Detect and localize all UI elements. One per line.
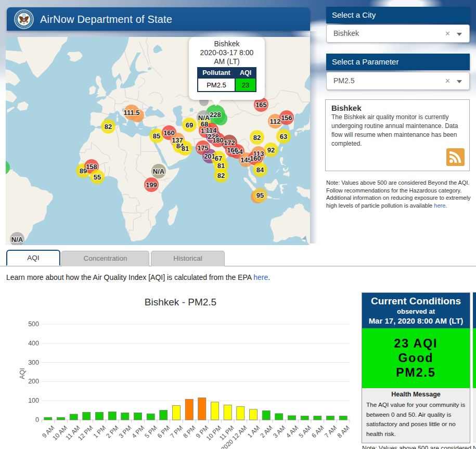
svg-text:4 PM: 4 PM xyxy=(130,424,146,440)
svg-text:158: 158 xyxy=(86,163,97,171)
svg-text:400: 400 xyxy=(28,340,39,347)
svg-text:160: 160 xyxy=(163,129,175,137)
svg-text:Bishkek - PM2.5: Bishkek - PM2.5 xyxy=(145,297,216,307)
svg-text:8 AM: 8 AM xyxy=(336,424,351,439)
svg-text:84: 84 xyxy=(256,166,264,174)
svg-text:2 AM: 2 AM xyxy=(259,424,274,439)
svg-text:0: 0 xyxy=(35,416,39,424)
svg-text:100: 100 xyxy=(28,397,39,404)
svg-text:201: 201 xyxy=(204,152,215,160)
svg-text:1 AM: 1 AM xyxy=(246,424,261,439)
svg-text:5 PM: 5 PM xyxy=(143,424,159,440)
svg-text:82: 82 xyxy=(217,172,225,179)
svg-text:12 PM: 12 PM xyxy=(76,424,94,442)
svg-text:112: 112 xyxy=(270,118,281,125)
svg-text:300: 300 xyxy=(28,359,39,366)
svg-text:200: 200 xyxy=(28,378,39,385)
svg-text:1 PM: 1 PM xyxy=(92,424,107,440)
svg-text:175: 175 xyxy=(197,144,209,152)
svg-text:4 AM: 4 AM xyxy=(285,424,300,439)
svg-text:500: 500 xyxy=(28,320,39,328)
svg-text:95: 95 xyxy=(256,191,264,199)
svg-text:3 AM: 3 AM xyxy=(272,424,287,439)
svg-text:N/A: N/A xyxy=(11,236,23,243)
svg-text:8 PM: 8 PM xyxy=(182,424,197,440)
svg-text:92: 92 xyxy=(267,146,275,154)
svg-text:199: 199 xyxy=(146,181,157,189)
svg-text:7 AM: 7 AM xyxy=(323,424,338,439)
svg-text:63: 63 xyxy=(280,133,287,140)
svg-text:5 AM: 5 AM xyxy=(298,424,313,439)
svg-text:3 PM: 3 PM xyxy=(118,424,133,440)
svg-text:AQI: AQI xyxy=(19,368,26,379)
svg-text:7 PM: 7 PM xyxy=(169,424,184,440)
svg-text:228: 228 xyxy=(210,111,221,119)
svg-text:81: 81 xyxy=(217,162,225,170)
svg-text:10 AM: 10 AM xyxy=(51,424,69,442)
svg-text:160: 160 xyxy=(250,155,261,162)
svg-text:6 AM: 6 AM xyxy=(310,424,325,439)
svg-text:156: 156 xyxy=(281,114,292,122)
svg-text:67: 67 xyxy=(215,155,222,162)
svg-text:111.5: 111.5 xyxy=(123,109,139,117)
svg-text:10 PM: 10 PM xyxy=(205,424,223,442)
svg-text:N/A: N/A xyxy=(153,168,165,175)
svg-text:172: 172 xyxy=(224,139,235,147)
svg-text:81: 81 xyxy=(182,145,189,152)
svg-text:180: 180 xyxy=(212,136,224,144)
svg-text:85: 85 xyxy=(153,132,160,140)
svg-text:165: 165 xyxy=(255,101,267,109)
svg-text:82: 82 xyxy=(253,134,261,142)
svg-text:82: 82 xyxy=(105,123,112,131)
svg-text:69: 69 xyxy=(186,121,193,129)
svg-text:166: 166 xyxy=(227,146,238,154)
svg-text:6 PM: 6 PM xyxy=(156,424,172,440)
svg-text:2 PM: 2 PM xyxy=(105,424,120,440)
svg-text:55: 55 xyxy=(94,173,101,181)
